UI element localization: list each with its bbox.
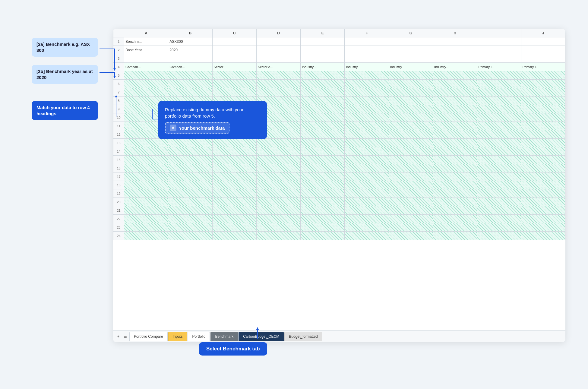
cell-f1[interactable]: [345, 37, 389, 46]
cell-b3[interactable]: [168, 54, 212, 63]
cell-j4[interactable]: Primary I...: [521, 63, 565, 71]
corner-cell: [113, 29, 124, 37]
cell-j1[interactable]: [521, 37, 565, 46]
cell-i1[interactable]: [477, 37, 521, 46]
cell-g1[interactable]: [389, 37, 433, 46]
cell-e4[interactable]: Industry...: [301, 63, 345, 71]
cell-i2[interactable]: [477, 46, 521, 54]
cell-h4[interactable]: Industry...: [433, 63, 477, 71]
cell-d2[interactable]: [256, 46, 300, 54]
row-num-1: 1: [113, 37, 124, 46]
cell-b4[interactable]: Compan...: [168, 63, 212, 71]
sheet-tabs: + ☰ Portfolio Compare Inputs Portfolio B…: [113, 330, 565, 342]
cell-a3[interactable]: [124, 54, 168, 63]
cell-c2[interactable]: [212, 46, 256, 54]
table-row: 23: [113, 223, 565, 232]
table-row: 20: [113, 198, 565, 206]
cell-d3[interactable]: [256, 54, 300, 63]
cell-i4[interactable]: Primary I...: [477, 63, 521, 71]
table-row: 19: [113, 189, 565, 198]
table-row: 3: [113, 54, 565, 63]
cell-f3[interactable]: [345, 54, 389, 63]
table-row: 1 Benchm... ASX300: [113, 37, 565, 46]
cell-d1[interactable]: [256, 37, 300, 46]
tooltip-data-label: # Your benchmark data: [165, 122, 229, 134]
table-row: 6: [113, 80, 565, 88]
cell-d4[interactable]: Sector c...: [256, 63, 300, 71]
callout-2b: [2b] Benchmark year as at 2020: [32, 65, 98, 84]
row-num-2: 2: [113, 46, 124, 54]
tab-budget-formatted[interactable]: Budget_formatted: [284, 332, 322, 341]
cell-g2[interactable]: [389, 46, 433, 54]
hash-icon: #: [170, 125, 176, 131]
table-row: 13: [113, 139, 565, 147]
col-d-header: D: [256, 29, 300, 37]
cell-i3[interactable]: [477, 54, 521, 63]
table-row: 14: [113, 147, 565, 156]
table-row: 22: [113, 215, 565, 223]
cell-g3[interactable]: [389, 54, 433, 63]
row-num-4: 4: [113, 63, 124, 71]
table-row: 15: [113, 156, 565, 164]
cell-j2[interactable]: [521, 46, 565, 54]
cell-h1[interactable]: [433, 37, 477, 46]
tab-portfolio-compare[interactable]: Portfolio Compare: [129, 332, 168, 341]
table-row: 7: [113, 88, 565, 96]
tab-inputs[interactable]: Inputs: [168, 332, 187, 341]
cell-a2[interactable]: Base Year: [124, 46, 168, 54]
callout-2a: [2a] Benchmark e.g. ASX 300: [32, 38, 98, 57]
spreadsheet: A B C D E F G H I J 1: [113, 29, 565, 342]
tab-portfolio[interactable]: Portfolio: [188, 332, 210, 341]
table-row-heading: 4 Compan... Compan... Sector Sector c...…: [113, 63, 565, 71]
cell-e3[interactable]: [301, 54, 345, 63]
tab-benchmark[interactable]: Benchmark: [210, 332, 238, 341]
column-headers: A B C D E F G H I J: [113, 29, 565, 37]
table-row: 5: [113, 71, 565, 80]
cell-c3[interactable]: [212, 54, 256, 63]
table-row: 18: [113, 181, 565, 189]
add-sheet-button[interactable]: +: [115, 332, 121, 341]
tooltip-popup: Replace existing dummy data with your po…: [158, 101, 267, 139]
cell-f4[interactable]: Industry...: [345, 63, 389, 71]
col-j-header: J: [521, 29, 565, 37]
cell-h2[interactable]: [433, 46, 477, 54]
cell-b2[interactable]: 2020: [168, 46, 212, 54]
tab-carbon-budget-oecm[interactable]: CarbonBudget_OECM: [239, 332, 284, 341]
tooltip-main-text: Replace existing dummy data with your po…: [165, 106, 260, 119]
col-b-header: B: [168, 29, 212, 37]
cell-a4[interactable]: Compan...: [124, 63, 168, 71]
cell-e2[interactable]: [301, 46, 345, 54]
cell-a1[interactable]: Benchm...: [124, 37, 168, 46]
cell-c4[interactable]: Sector: [212, 63, 256, 71]
col-a-header: A: [124, 29, 168, 37]
sheet-menu-button[interactable]: ☰: [122, 332, 129, 341]
callout-row-heading: Match your data to row 4 headings: [32, 101, 98, 120]
cell-g4[interactable]: Industry: [389, 63, 433, 71]
row-num-3: 3: [113, 54, 124, 63]
cell-c1[interactable]: [212, 37, 256, 46]
cell-f2[interactable]: [345, 46, 389, 54]
cell-b1[interactable]: ASX300: [168, 37, 212, 46]
col-c-header: C: [212, 29, 256, 37]
col-i-header: I: [477, 29, 521, 37]
cell-h3[interactable]: [433, 54, 477, 63]
cell-j3[interactable]: [521, 54, 565, 63]
table-row: 2 Base Year 2020: [113, 46, 565, 54]
col-h-header: H: [433, 29, 477, 37]
col-f-header: F: [345, 29, 389, 37]
callout-select-benchmark: Select Benchmark tab: [199, 342, 267, 356]
table-row: 16: [113, 164, 565, 172]
table-row: 24: [113, 232, 565, 240]
cell-e1[interactable]: [301, 37, 345, 46]
col-e-header: E: [301, 29, 345, 37]
table-row: 17: [113, 172, 565, 181]
col-g-header: G: [389, 29, 433, 37]
table-row: 21: [113, 206, 565, 215]
